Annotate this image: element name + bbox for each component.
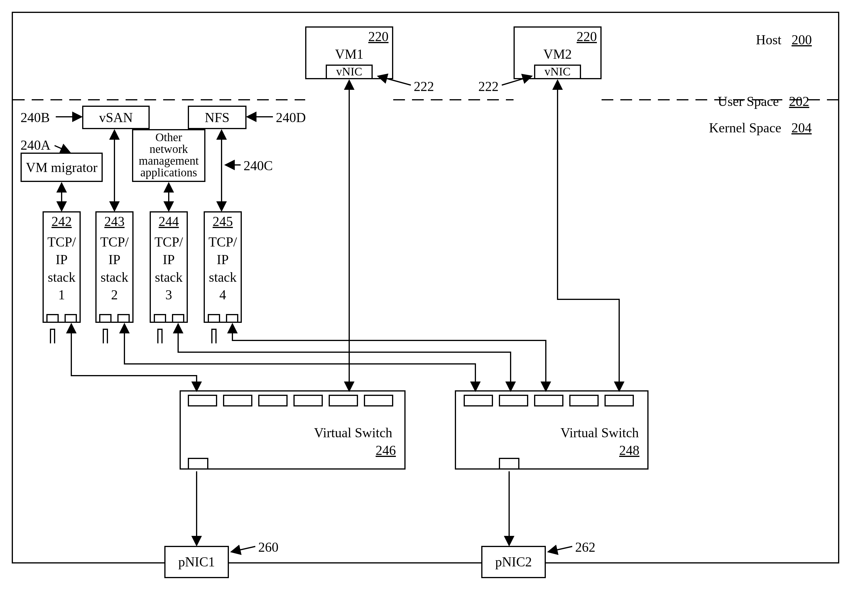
stack4-port-r [226,314,238,323]
stack3-port-r [172,314,184,323]
vm1-label: VM1 [332,47,367,62]
stack1-port-l [47,314,59,323]
stack4-l2: IP [204,252,242,267]
vs1-port-2 [223,395,253,406]
stack3-stub [157,329,162,343]
other-apps-l4: applications [132,166,205,179]
vs2-port-3 [534,395,564,406]
stack4-l4: 4 [204,288,242,303]
vswitch2-ref: 248 [619,443,639,458]
pnic1-label: pNIC1 [164,555,229,569]
stack1-stub [50,329,55,343]
stack1-ref: 242 [42,214,81,229]
vswitch2-label: Virtual Switch [561,425,639,440]
pnic2-label: pNIC2 [481,555,546,569]
nfs-label: NFS [188,110,247,125]
vm2-vnic-label: vNIC [534,65,581,78]
other-apps-l2: network [132,143,205,156]
host-label: Host 200 [743,18,812,62]
stack2-l3: stack [95,270,134,285]
other-apps-l3: management [132,154,205,167]
stack3-port-l [154,314,166,323]
stack2-port-l [99,314,111,323]
vm1-ref: 220 [368,29,388,44]
vm1-vnic-label: vNIC [326,65,373,78]
vswitch1-ref: 246 [376,443,396,458]
ref-240B: 240B [21,110,50,125]
vs2-port-5 [604,395,634,406]
vsan-label: vSAN [82,110,150,125]
stack3-l4: 3 [150,288,188,303]
vm2-label: VM2 [540,47,575,62]
vs1-bport [188,458,208,470]
stack2-stub [103,329,108,343]
diagram-canvas: Host 200 User Space 202 Kernel Space 204… [0,0,851,616]
vnic-ref-right: 222 [478,79,499,94]
vs1-port-4 [293,395,323,406]
vnic-ref-left: 222 [414,79,434,94]
stack4-port-l [208,314,220,323]
vs1-port-1 [188,395,217,406]
vs2-port-1 [464,395,493,406]
kernel-space-label: Kernel Space 204 [696,106,812,150]
other-apps-l1: Other [132,131,205,144]
stack2-l4: 2 [95,288,134,303]
vs1-port-6 [364,395,393,406]
vswitch1-label: Virtual Switch [314,425,392,440]
ref-260: 260 [258,540,278,555]
stack1-l1: TCP/ [42,235,81,250]
stack2-l2: IP [95,252,134,267]
stack2-l1: TCP/ [95,235,134,250]
stack1-l2: IP [42,252,81,267]
vs2-port-4 [569,395,598,406]
ref-240D: 240D [276,110,306,125]
stack3-l1: TCP/ [150,235,188,250]
ref-240A: 240A [21,138,51,153]
stack1-l3: stack [42,270,81,285]
stack4-l1: TCP/ [204,235,242,250]
stack3-l2: IP [150,252,188,267]
ref-262: 262 [575,540,595,555]
vs2-port-2 [499,395,528,406]
ref-240C: 240C [244,158,273,173]
stack4-l3: stack [204,270,242,285]
vs1-port-3 [258,395,287,406]
vm2-ref: 220 [577,29,597,44]
stack1-port-r [65,314,77,323]
stack1-l4: 1 [42,288,81,303]
stack3-ref: 244 [150,214,188,229]
vs2-bport [499,458,519,470]
stack4-ref: 245 [204,214,242,229]
vs1-port-5 [329,395,358,406]
stack3-l3: stack [150,270,188,285]
stack2-port-r [117,314,130,323]
stack4-stub [211,329,217,343]
vm-migrator-label: VM migrator [21,160,103,175]
stack2-ref: 243 [95,214,134,229]
